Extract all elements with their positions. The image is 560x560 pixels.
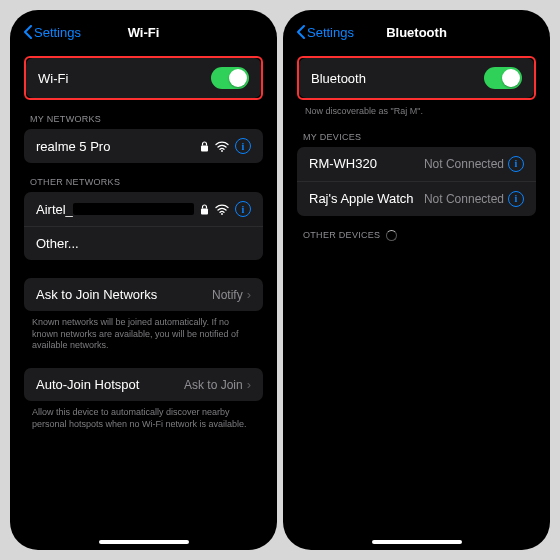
navbar: Settings Bluetooth [287,18,546,46]
device-row[interactable]: Raj's Apple Watch Not Connected i [297,181,536,216]
section-my-networks: My Networks [30,114,257,124]
back-button[interactable]: Settings [297,25,354,40]
other-devices-label: Other Devices [303,230,380,240]
wifi-toggle-label: Wi-Fi [38,71,211,86]
row-value: Ask to Join [184,378,243,392]
ask-to-join-row[interactable]: Ask to Join Networks Notify › [24,278,263,311]
svg-rect-2 [201,208,208,214]
phone-bluetooth: Settings Bluetooth Bluetooth Now discove… [283,10,550,550]
info-icon[interactable]: i [508,191,524,207]
back-label: Settings [307,25,354,40]
chevron-right-icon: › [247,377,251,392]
home-indicator[interactable] [372,540,462,544]
back-label: Settings [34,25,81,40]
other-label: Other... [36,236,251,251]
row-value: Notify [212,288,243,302]
phone-wifi: Settings Wi-Fi Wi-Fi My Networks realme … [10,10,277,550]
section-other-networks: Other Networks [30,177,257,187]
wifi-toggle-row[interactable]: Wi-Fi [26,58,261,98]
device-name: Raj's Apple Watch [309,191,424,206]
info-icon[interactable]: i [508,156,524,172]
network-name: Airtel_ [36,202,73,217]
chevron-left-icon [297,25,305,39]
navbar: Settings Wi-Fi [14,18,273,46]
network-row[interactable]: realme 5 Pro i [24,129,263,163]
row-label: Auto-Join Hotspot [36,377,184,392]
chevron-left-icon [24,25,32,39]
section-other-devices: Other Devices [303,230,530,241]
device-row[interactable]: RM-WH320 Not Connected i [297,147,536,181]
chevron-right-icon: › [247,287,251,302]
auto-join-hotspot-row[interactable]: Auto-Join Hotspot Ask to Join › [24,368,263,401]
footnote: Allow this device to automatically disco… [32,407,255,430]
svg-rect-0 [201,145,208,151]
wifi-toggle[interactable] [211,67,249,89]
bluetooth-toggle-label: Bluetooth [311,71,484,86]
wifi-icon [215,141,229,152]
bluetooth-toggle[interactable] [484,67,522,89]
lock-icon [200,204,209,215]
page-title: Bluetooth [386,25,447,40]
highlight-box: Wi-Fi [24,56,263,100]
discoverable-text: Now discoverable as "Raj M". [305,106,528,118]
spinner-icon [386,230,397,241]
svg-point-1 [221,150,223,152]
back-button[interactable]: Settings [24,25,81,40]
network-name: realme 5 Pro [36,139,200,154]
section-my-devices: My Devices [303,132,530,142]
wifi-icon [215,204,229,215]
info-icon[interactable]: i [235,138,251,154]
home-indicator[interactable] [99,540,189,544]
lock-icon [200,141,209,152]
other-network-row[interactable]: Other... [24,226,263,260]
device-status: Not Connected [424,157,504,171]
footnote: Known networks will be joined automatica… [32,317,255,352]
network-row[interactable]: Airtel_ i [24,192,263,226]
info-icon[interactable]: i [235,201,251,217]
svg-point-3 [221,213,223,215]
device-status: Not Connected [424,192,504,206]
page-title: Wi-Fi [128,25,160,40]
device-name: RM-WH320 [309,156,424,171]
redacted-strip [73,203,194,215]
highlight-box: Bluetooth [297,56,536,100]
bluetooth-toggle-row[interactable]: Bluetooth [299,58,534,98]
row-label: Ask to Join Networks [36,287,212,302]
